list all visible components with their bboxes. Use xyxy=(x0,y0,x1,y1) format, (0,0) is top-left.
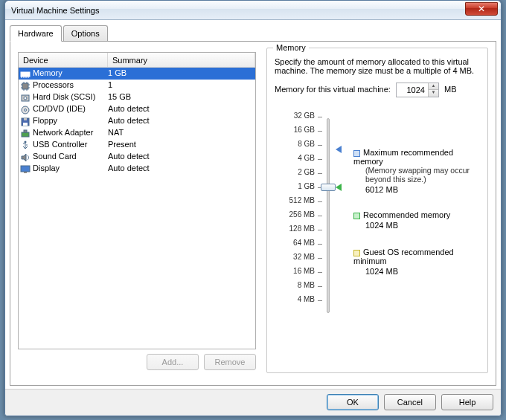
device-row[interactable]: Sound CardAuto detect xyxy=(19,151,255,163)
device-summary: 15 GB xyxy=(108,91,254,103)
slider-tick-mark xyxy=(318,117,322,117)
memory-field-row: Memory for this virtual machine: ▲ ▼ MB xyxy=(275,83,480,97)
slider-tick-label: 256 MB xyxy=(275,210,315,219)
slider-tick-label: 4 MB xyxy=(275,295,315,303)
svg-point-11 xyxy=(25,141,27,143)
floppy-icon xyxy=(20,116,31,126)
slider-tick-mark xyxy=(318,258,322,259)
device-row[interactable]: USB ControllerPresent xyxy=(19,139,255,151)
slider-tick-mark xyxy=(318,300,322,301)
legend-guest: Guest OS recommended minimum 1024 MB xyxy=(353,248,480,276)
tab-options-label: Options xyxy=(71,29,100,38)
slider-tick-label: 8 MB xyxy=(275,281,315,289)
slider-tick-label: 2 GB xyxy=(275,168,315,176)
column-header-summary[interactable]: Summary xyxy=(108,53,255,67)
cpu-icon xyxy=(20,80,31,91)
memory-icon xyxy=(20,68,31,79)
memory-description: Specify the amount of memory allocated t… xyxy=(275,57,480,75)
device-row[interactable]: Network AdapterNAT xyxy=(19,127,255,139)
slider-tick-label: 512 MB xyxy=(275,196,315,204)
tab-hardware[interactable]: Hardware xyxy=(10,25,62,42)
window-title: Virtual Machine Settings xyxy=(11,6,99,15)
slider-tick-mark xyxy=(318,173,322,174)
tab-strip: Hardware Options xyxy=(10,25,496,41)
legend-max: Maximum recommended memory (Memory swapp… xyxy=(353,148,480,194)
svg-point-5 xyxy=(25,109,27,112)
memory-input[interactable] xyxy=(397,83,426,97)
legend-rec: Recommended memory 1024 MB xyxy=(353,210,480,230)
cancel-button[interactable]: Cancel xyxy=(384,394,436,410)
device-name: Display xyxy=(33,163,108,175)
slider-tick-mark xyxy=(318,244,322,245)
slider-tick-label: 64 MB xyxy=(275,239,315,247)
device-row[interactable]: FloppyAuto detect xyxy=(19,115,255,127)
dialog-button-bar: OK Cancel Help xyxy=(5,389,501,416)
usb-icon xyxy=(20,140,31,150)
slider-tick-label: 32 MB xyxy=(275,253,315,261)
device-row[interactable]: Hard Disk (SCSI)15 GB xyxy=(19,91,255,103)
memory-unit: MB xyxy=(444,85,457,94)
svg-rect-10 xyxy=(24,130,27,132)
spinner-down[interactable]: ▼ xyxy=(429,90,438,97)
svg-rect-9 xyxy=(22,132,29,137)
device-summary: Auto detect xyxy=(108,115,254,127)
slider-tick-label: 1 GB xyxy=(275,182,315,190)
svg-rect-1 xyxy=(22,83,28,89)
slider-tick-label: 128 MB xyxy=(275,224,315,233)
cancel-button-label: Cancel xyxy=(397,398,423,407)
display-icon xyxy=(20,164,31,174)
titlebar[interactable]: Virtual Machine Settings ✕ xyxy=(5,1,501,20)
legend-max-label: Maximum recommended memory xyxy=(353,148,453,166)
legend-guest-label: Guest OS recommended minimum xyxy=(353,248,454,265)
memory-slider-area: 32 GB16 GB8 GB4 GB2 GB1 GB512 MB256 MB12… xyxy=(275,115,483,316)
device-button-row: Add... Remove xyxy=(18,354,256,370)
device-summary: Auto detect xyxy=(108,163,254,175)
svg-point-3 xyxy=(24,97,27,100)
tab-panel-hardware: Device Summary Memory1 GBProcessors1Hard… xyxy=(10,41,496,386)
svg-rect-8 xyxy=(23,123,28,126)
close-icon: ✕ xyxy=(478,4,485,14)
device-list-header: Device Summary xyxy=(19,53,255,68)
add-button-label: Add... xyxy=(162,358,184,366)
memory-slider-track[interactable] xyxy=(327,118,330,313)
spinner-buttons: ▲ ▼ xyxy=(428,83,438,97)
slider-tick-mark xyxy=(318,216,322,216)
device-name: Memory xyxy=(33,68,108,80)
device-name: Sound Card xyxy=(33,151,108,163)
device-row[interactable]: DisplayAuto detect xyxy=(19,163,255,175)
slider-tick-mark xyxy=(318,159,322,160)
ok-button[interactable]: OK xyxy=(327,394,379,410)
device-summary: 1 GB xyxy=(108,68,254,80)
marker-rec-icon xyxy=(336,184,342,191)
slider-tick-mark xyxy=(318,145,322,146)
column-header-device[interactable]: Device xyxy=(19,53,108,67)
device-summary: Auto detect xyxy=(108,103,254,115)
device-list[interactable]: Device Summary Memory1 GBProcessors1Hard… xyxy=(18,52,256,349)
device-name: USB Controller xyxy=(33,139,108,151)
device-row[interactable]: Memory1 GB xyxy=(19,68,255,80)
legend-max-note: (Memory swapping may occur beyond this s… xyxy=(365,166,480,184)
device-summary: 1 xyxy=(108,80,254,91)
settings-window: Virtual Machine Settings ✕ Hardware Opti… xyxy=(4,0,502,416)
add-button[interactable]: Add... xyxy=(147,354,199,370)
help-button[interactable]: Help xyxy=(441,394,493,410)
slider-tick-label: 4 GB xyxy=(275,154,315,162)
hdd-icon xyxy=(20,92,31,103)
memory-slider-thumb[interactable] xyxy=(321,184,336,191)
ok-button-label: OK xyxy=(347,398,359,407)
svg-rect-7 xyxy=(24,118,27,120)
device-name: CD/DVD (IDE) xyxy=(33,103,108,115)
close-button[interactable]: ✕ xyxy=(465,2,498,16)
slider-tick-label: 32 GB xyxy=(275,112,315,120)
swatch-guest-icon xyxy=(353,250,360,256)
svg-rect-13 xyxy=(24,172,27,173)
spinner-up[interactable]: ▲ xyxy=(429,83,438,90)
slider-tick-mark xyxy=(318,230,322,230)
tab-hardware-label: Hardware xyxy=(18,29,54,38)
device-row[interactable]: Processors1 xyxy=(19,80,255,91)
device-row[interactable]: CD/DVD (IDE)Auto detect xyxy=(19,103,255,115)
tab-options[interactable]: Options xyxy=(63,25,108,42)
remove-button[interactable]: Remove xyxy=(204,354,256,370)
device-name: Network Adapter xyxy=(33,127,108,139)
memory-spinner[interactable]: ▲ ▼ xyxy=(396,83,439,97)
